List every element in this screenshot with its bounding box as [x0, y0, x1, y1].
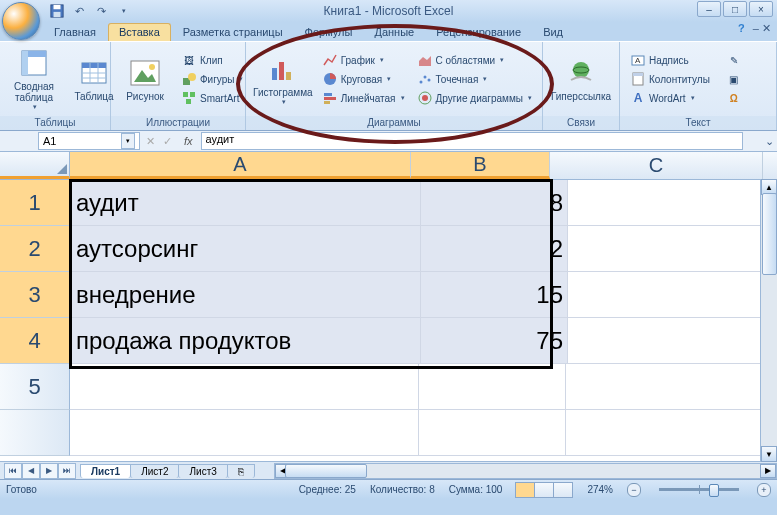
svg-point-14 — [149, 64, 155, 70]
first-sheet-icon[interactable]: ⏮ — [4, 463, 22, 479]
save-icon[interactable] — [48, 2, 66, 20]
other-charts-button[interactable]: Другие диаграммы — [413, 89, 537, 107]
fx-icon[interactable]: fx — [176, 135, 201, 147]
row-header-5[interactable]: 5 — [0, 364, 70, 410]
hyperlink-button[interactable]: Гиперссылка — [549, 55, 613, 104]
cell-c2[interactable] — [568, 226, 772, 272]
page-break-view-icon[interactable] — [553, 482, 573, 498]
row-header-2[interactable]: 2 — [0, 226, 72, 272]
pie-chart-button[interactable]: Круговая — [318, 70, 409, 88]
zoom-slider[interactable] — [659, 488, 739, 491]
smartart-button[interactable]: SmartArt — [177, 89, 247, 107]
cell-c3[interactable] — [568, 272, 772, 318]
cell-b2[interactable]: 2 — [421, 226, 568, 272]
cancel-icon[interactable]: ✕ — [142, 135, 159, 148]
select-all-corner[interactable] — [0, 152, 70, 179]
prev-sheet-icon[interactable]: ◀ — [22, 463, 40, 479]
area-chart-icon — [417, 52, 433, 68]
zoom-out-icon[interactable]: − — [627, 483, 641, 497]
minimize-ribbon-icon[interactable]: – ✕ — [753, 22, 771, 35]
area-chart-button[interactable]: С областями — [413, 51, 537, 69]
bar-chart-button[interactable]: Линейчатая — [318, 89, 409, 107]
symbol-button[interactable]: Ω — [722, 89, 746, 107]
help-icon[interactable]: ? — [738, 22, 745, 35]
cell-b6[interactable] — [419, 410, 566, 456]
cell-a4[interactable]: продажа продуктов — [72, 318, 421, 364]
cell-a6[interactable] — [70, 410, 419, 456]
zoom-level[interactable]: 274% — [587, 484, 613, 495]
tab-home[interactable]: Главная — [44, 24, 106, 41]
clip-button[interactable]: 🖼Клип — [177, 51, 247, 69]
next-sheet-icon[interactable]: ▶ — [40, 463, 58, 479]
object-button[interactable]: ▣ — [722, 70, 746, 88]
cell-a1[interactable]: аудит — [72, 180, 421, 226]
new-sheet-icon[interactable]: ⎘ — [227, 464, 255, 478]
line-chart-button[interactable]: График — [318, 51, 409, 69]
close-button[interactable]: × — [749, 1, 773, 17]
row-header-3[interactable]: 3 — [0, 272, 72, 318]
expand-formula-icon[interactable]: ⌄ — [761, 135, 777, 148]
formula-input[interactable]: аудит — [201, 132, 743, 150]
name-box[interactable]: A1▾ — [38, 132, 140, 150]
cell-a5[interactable] — [70, 364, 419, 410]
namebox-dropdown-icon[interactable]: ▾ — [121, 133, 135, 149]
pivot-table-button[interactable]: Сводная таблица — [6, 45, 62, 113]
cell-b1[interactable]: 8 — [421, 180, 568, 226]
tab-data[interactable]: Данные — [364, 24, 424, 41]
sheet-tab-3[interactable]: Лист3 — [178, 464, 227, 478]
column-chart-button[interactable]: Гистограмма — [252, 51, 314, 108]
vscroll-thumb[interactable] — [762, 193, 777, 275]
cell-c1[interactable] — [568, 180, 772, 226]
hscroll-thumb[interactable] — [285, 464, 367, 478]
scatter-chart-button[interactable]: Точечная — [413, 70, 537, 88]
row-header-1[interactable]: 1 — [0, 180, 72, 226]
qat-customize-icon[interactable] — [114, 2, 132, 20]
svg-rect-21 — [279, 62, 284, 80]
group-charts-label: Диаграммы — [246, 116, 542, 130]
normal-view-icon[interactable] — [515, 482, 535, 498]
redo-icon[interactable]: ↷ — [92, 2, 110, 20]
col-header-c[interactable]: C — [550, 152, 763, 179]
scroll-down-icon[interactable]: ▼ — [761, 446, 777, 462]
cell-c6[interactable] — [566, 410, 770, 456]
tab-view[interactable]: Вид — [533, 24, 573, 41]
tab-review[interactable]: Рецензирование — [426, 24, 531, 41]
last-sheet-icon[interactable]: ⏭ — [58, 463, 76, 479]
group-tables-label: Таблицы — [0, 116, 110, 130]
vertical-scrollbar[interactable]: ▲ ▼ — [760, 179, 777, 462]
cell-c4[interactable] — [568, 318, 772, 364]
undo-icon[interactable]: ↶ — [70, 2, 88, 20]
minimize-button[interactable]: – — [697, 1, 721, 17]
shapes-button[interactable]: Фигуры — [177, 70, 247, 88]
bar-chart-icon — [322, 90, 338, 106]
cell-c5[interactable] — [566, 364, 770, 410]
horizontal-scrollbar[interactable]: ◀ ▶ — [274, 463, 777, 479]
tab-page-layout[interactable]: Разметка страницы — [173, 24, 293, 41]
row-header-4[interactable]: 4 — [0, 318, 72, 364]
tab-insert[interactable]: Вставка — [108, 23, 171, 41]
cell-b4[interactable]: 75 — [421, 318, 568, 364]
cell-b3[interactable]: 15 — [421, 272, 568, 318]
row-header-6[interactable] — [0, 410, 70, 456]
cell-a2[interactable]: аутсорсинг — [72, 226, 421, 272]
signature-button[interactable]: ✎ — [722, 51, 746, 69]
scroll-right-icon[interactable]: ▶ — [760, 464, 776, 478]
svg-rect-20 — [272, 68, 277, 80]
office-button[interactable] — [2, 2, 40, 40]
enter-icon[interactable]: ✓ — [159, 135, 176, 148]
cell-b5[interactable] — [419, 364, 566, 410]
wordart-button[interactable]: AWordArt — [626, 89, 714, 107]
group-links-label: Связи — [543, 116, 619, 130]
tab-formulas[interactable]: Формулы — [295, 24, 363, 41]
maximize-button[interactable]: □ — [723, 1, 747, 17]
col-header-a[interactable]: A — [70, 152, 411, 179]
picture-button[interactable]: Рисунок — [117, 55, 173, 104]
sheet-tab-1[interactable]: Лист1 — [80, 464, 131, 478]
header-footer-button[interactable]: Колонтитулы — [626, 70, 714, 88]
sheet-tab-2[interactable]: Лист2 — [130, 464, 179, 478]
col-header-b[interactable]: B — [411, 152, 550, 179]
page-layout-view-icon[interactable] — [534, 482, 554, 498]
textbox-button[interactable]: AНадпись — [626, 51, 714, 69]
zoom-in-icon[interactable]: + — [757, 483, 771, 497]
cell-a3[interactable]: внедрение — [72, 272, 421, 318]
